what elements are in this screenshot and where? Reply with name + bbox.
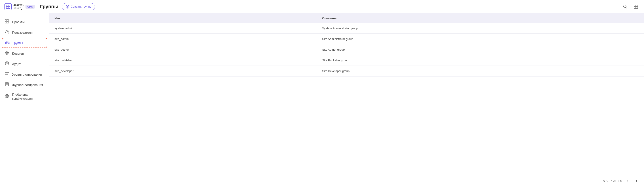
plus-circle-icon [66, 5, 69, 8]
cell-name: system_admin [49, 23, 317, 34]
page-size-selector[interactable]: 5 [603, 180, 608, 183]
cell-description: Site Publisher group [317, 55, 644, 66]
main-layout: Проекты Пользователи [0, 13, 644, 186]
svg-rect-37 [5, 73, 9, 73]
svg-rect-13 [5, 20, 7, 21]
svg-point-26 [8, 52, 9, 53]
svg-line-8 [626, 7, 627, 8]
app-header: digital chief_ CMS Группы Создать группу [0, 0, 644, 13]
sidebar-item-users[interactable]: Пользователи [0, 27, 49, 37]
svg-point-22 [6, 52, 8, 54]
sidebar-item-log-journal[interactable]: Журнал логирования [0, 80, 49, 90]
cell-name: site_author [49, 44, 317, 55]
svg-point-21 [8, 42, 10, 43]
cell-name: site_developer [49, 66, 317, 77]
projects-icon [4, 19, 10, 25]
table-row[interactable]: site_admin Site Administrator group [49, 34, 644, 44]
prev-page-button[interactable] [624, 179, 630, 183]
chevron-right-icon [634, 179, 638, 183]
svg-rect-38 [5, 74, 8, 75]
svg-point-20 [6, 42, 7, 43]
col-header-name: Имя [49, 13, 317, 23]
sidebar-label-global-config: Глобальная конфигурация [12, 93, 44, 100]
sidebar-label-log-levels: Уровни логирования [12, 73, 42, 76]
cell-name: site_admin [49, 34, 317, 44]
log-journal-icon [4, 82, 10, 88]
sidebar-label-groups: Группы [12, 41, 23, 45]
sidebar: Проекты Пользователи [0, 13, 49, 186]
cell-description: Site Administrator group [317, 34, 644, 44]
table-row[interactable]: site_publisher Site Publisher group [49, 55, 644, 66]
svg-point-25 [5, 52, 6, 53]
table-container: Имя Описание system_admin System Adminis… [49, 13, 644, 176]
svg-point-32 [6, 63, 8, 64]
svg-rect-3 [8, 7, 10, 8]
sidebar-item-projects[interactable]: Проекты [0, 17, 49, 27]
global-config-icon [4, 94, 10, 99]
svg-point-19 [7, 41, 8, 43]
page-title: Группы [40, 4, 58, 9]
cluster-icon [4, 51, 10, 56]
cell-description: Site Developer group [317, 66, 644, 77]
table-row[interactable]: site_author Site Author group [49, 44, 644, 55]
groups-table: Имя Описание system_admin System Adminis… [49, 13, 644, 77]
sidebar-label-log-journal: Журнал логирования [12, 83, 43, 87]
svg-rect-2 [6, 7, 8, 8]
grid-view-button[interactable] [632, 3, 640, 10]
chevron-down-icon [606, 180, 608, 183]
sidebar-item-global-config[interactable]: Глобальная конфигурация [0, 90, 49, 103]
users-icon [4, 30, 10, 35]
svg-point-24 [6, 54, 8, 55]
main-content: Имя Описание system_admin System Adminis… [49, 13, 644, 186]
sidebar-label-users: Пользователи [12, 31, 32, 34]
pagination-range: 1–5 of 9 [611, 180, 622, 183]
logo-text: digital chief_ [14, 3, 24, 9]
svg-rect-39 [5, 75, 7, 75]
cell-name: site_publisher [49, 55, 317, 66]
svg-point-23 [6, 51, 8, 52]
svg-rect-9 [634, 5, 636, 6]
next-page-button[interactable] [633, 179, 640, 183]
svg-rect-15 [5, 22, 7, 23]
logo-icon [4, 3, 12, 10]
audit-icon [4, 61, 10, 67]
sidebar-label-cluster: Кластер [12, 52, 24, 55]
groups-icon [5, 40, 10, 46]
search-icon [623, 4, 628, 9]
search-button[interactable] [622, 3, 629, 10]
sidebar-item-cluster[interactable]: Кластер [0, 48, 49, 58]
grid-icon [634, 4, 638, 9]
cell-description: Site Author group [317, 44, 644, 55]
svg-rect-14 [7, 20, 9, 21]
svg-rect-11 [634, 7, 636, 8]
svg-point-17 [6, 31, 7, 32]
sidebar-item-groups[interactable]: Группы [2, 38, 47, 48]
table-row[interactable]: system_admin System Administrator group [49, 23, 644, 34]
svg-rect-12 [636, 7, 638, 8]
logo: digital chief_ CMS [4, 3, 35, 10]
sidebar-item-audit[interactable]: Аудит [0, 59, 49, 69]
table-header-row: Имя Описание [49, 13, 644, 23]
page-size-value: 5 [603, 180, 605, 183]
cms-badge: CMS [26, 5, 34, 9]
pagination: 5 1–5 of 9 [49, 176, 644, 186]
svg-rect-0 [6, 5, 8, 6]
header-actions [622, 3, 640, 10]
sidebar-label-audit: Аудит [12, 62, 20, 66]
svg-rect-1 [8, 5, 10, 6]
svg-rect-16 [7, 22, 9, 23]
sidebar-item-log-levels[interactable]: Уровни логирования [0, 69, 49, 79]
cell-description: System Administrator group [317, 23, 644, 34]
svg-point-18 [8, 31, 8, 32]
create-group-button[interactable]: Создать группу [62, 3, 95, 10]
svg-rect-10 [636, 5, 638, 6]
chevron-left-icon [626, 179, 629, 183]
log-levels-icon [4, 72, 10, 77]
table-row[interactable]: site_developer Site Developer group [49, 66, 644, 77]
col-header-description: Описание [317, 13, 644, 23]
sidebar-label-projects: Проекты [12, 20, 24, 24]
